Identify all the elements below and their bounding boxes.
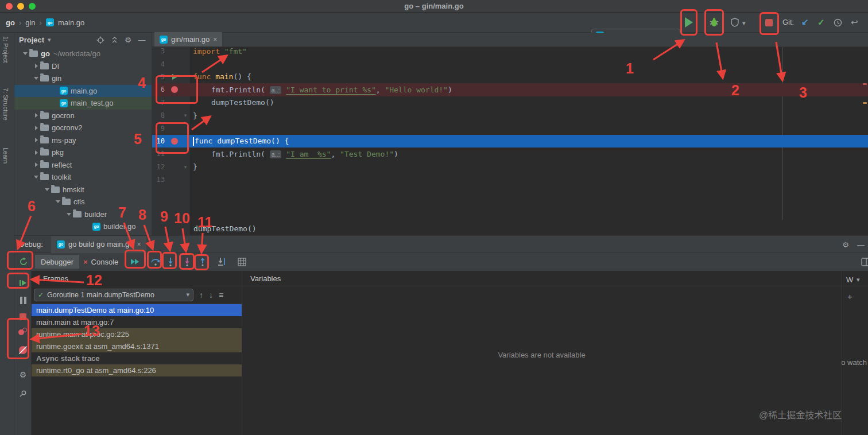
code-line-6[interactable]: 6fmt.Println( a..: "I want to print %s",… [152, 83, 868, 96]
editor-tab[interactable]: go gin/main.go × [154, 32, 222, 46]
code-line-10[interactable]: 10func dumpTestDemo() { [152, 135, 868, 147]
code-line-8[interactable]: 8▾} [152, 109, 868, 122]
git-update-button[interactable]: ↙ [801, 17, 809, 27]
code-editor[interactable]: 3import "fmt"45func main() {6fmt.Println… [152, 47, 868, 235]
breadcrumb-file[interactable]: main.go [58, 18, 84, 27]
step-into-button[interactable] [165, 256, 176, 267]
tree-item-gocron[interactable]: gocron [14, 110, 152, 122]
git-commit-button[interactable]: ✓ [817, 17, 825, 28]
tree-item-DI[interactable]: DI [14, 60, 152, 73]
debug-settings-button[interactable]: ⚙ [842, 240, 849, 249]
code-line-11[interactable]: 11fmt.Println( a..: "I am %s", "Test Dem… [152, 147, 868, 160]
tool-strip-project[interactable]: 1: Project [2, 36, 9, 63]
step-out-button[interactable] [197, 256, 208, 267]
tree-item-main.go[interactable]: gomain.go [14, 85, 152, 98]
minimize-window-button[interactable] [17, 3, 24, 10]
chevron-collapsed-icon[interactable] [32, 126, 40, 130]
resume-button[interactable] [18, 278, 28, 288]
breadcrumb-project[interactable]: go [6, 18, 15, 27]
error-stripe-mark[interactable] [863, 83, 867, 85]
pause-button[interactable] [18, 295, 28, 305]
pin-button[interactable] [18, 389, 28, 399]
tree-item-main_test.go[interactable]: gomain_test.go [14, 97, 152, 110]
tree-item-gin[interactable]: gin [14, 72, 152, 85]
watches-collapsed-label[interactable]: W [846, 275, 853, 284]
mute-breakpoints-button[interactable] [18, 345, 28, 355]
frames-menu-button[interactable]: ≡ [219, 290, 223, 300]
stop-button[interactable] [765, 19, 773, 26]
tab-console[interactable]: × Console [78, 255, 124, 269]
error-stripe-mark[interactable] [863, 102, 867, 104]
chevron-down-icon[interactable]: ▾ [857, 276, 860, 283]
collapse-all-button[interactable] [109, 36, 119, 44]
add-watch-button[interactable]: + [847, 292, 852, 301]
tree-item-ms-pay[interactable]: ms-pay [14, 134, 152, 147]
frame-row[interactable]: main.dumpTestDemo at main.go:10 [32, 304, 242, 316]
tool-strip-learn[interactable]: Learn [2, 147, 9, 164]
tab-debugger[interactable]: Debugger [35, 255, 79, 269]
tree-item-hmskit[interactable]: hmskit [14, 184, 152, 196]
code-line-3[interactable]: 3import "fmt" [152, 47, 868, 57]
frame-row[interactable]: runtime.main at proc.go:225 [32, 328, 242, 340]
rerun-button[interactable] [18, 256, 29, 267]
locate-file-button[interactable] [95, 36, 106, 44]
tree-item-gocronv2[interactable]: gocronv2 [14, 122, 152, 134]
chevron-down-icon[interactable]: ▾ [48, 36, 51, 44]
debug-gear-button[interactable]: ⚙ [18, 370, 28, 380]
thread-selector[interactable]: ✓ Goroutine 1 main.dumpTestDemo ▾ [34, 289, 193, 301]
frame-row[interactable]: main.main at main.go:7 [32, 316, 242, 328]
tree-item-builder.go[interactable]: gobuilder.go [14, 220, 152, 233]
frame-row[interactable]: Async stack trace [32, 352, 242, 364]
chevron-expanded-icon[interactable] [54, 200, 62, 203]
chevron-expanded-icon[interactable] [43, 188, 51, 191]
chevron-expanded-icon[interactable] [32, 77, 40, 80]
layout-settings-button[interactable] [859, 256, 868, 267]
tree-item-ctls[interactable]: ctls [14, 196, 152, 208]
run-button[interactable] [685, 17, 693, 28]
view-breakpoints-button[interactable] [18, 327, 28, 337]
tree-item-go[interactable]: go~/workdata/go [14, 48, 152, 60]
run-gutter-icon[interactable] [168, 74, 181, 80]
frame-down-button[interactable]: ↓ [209, 290, 213, 300]
code-line-12[interactable]: 12▾} [152, 161, 868, 173]
settings-button[interactable]: ⚙ [123, 36, 133, 44]
zoom-window-button[interactable] [29, 3, 36, 10]
close-session-icon[interactable]: × [137, 240, 141, 248]
code-line-13[interactable]: 13 [152, 173, 868, 186]
breakpoint-icon[interactable] [168, 86, 181, 93]
tool-strip-structure[interactable]: 7: Structure [2, 88, 9, 121]
code-line-7[interactable]: 7dumpTestDemo() [152, 96, 868, 109]
run-to-cursor-button[interactable] [216, 256, 228, 267]
fold-marker-icon[interactable]: ▾ [181, 112, 189, 118]
breadcrumb-folder[interactable]: gin [25, 18, 35, 27]
tree-item-toolkit[interactable]: toolkit [14, 171, 152, 184]
tree-item-reflect[interactable]: reflect [14, 159, 152, 172]
project-title[interactable]: Project [19, 36, 44, 44]
frame-row[interactable]: runtime.goexit at asm_amd64.s:1371 [32, 340, 242, 352]
code-line-5[interactable]: 5func main() { [152, 71, 868, 83]
close-window-button[interactable] [6, 3, 13, 10]
chevron-collapsed-icon[interactable] [32, 64, 40, 68]
chevron-collapsed-icon[interactable] [32, 113, 40, 118]
tree-item-builder[interactable]: builder [14, 208, 152, 221]
chevron-collapsed-icon[interactable] [32, 162, 40, 167]
frame-up-button[interactable]: ↑ [199, 290, 203, 300]
force-step-into-button[interactable] [181, 256, 193, 267]
hide-panel-button[interactable]: — [137, 36, 147, 44]
tree-item-pkg[interactable]: pkg [14, 146, 152, 159]
show-execution-point-button[interactable] [129, 256, 141, 267]
chevron-down-icon[interactable]: ▾ [742, 20, 746, 27]
frame-row[interactable]: runtime.rt0_go at asm_amd64.s:226 [32, 364, 242, 376]
rollback-button[interactable]: ↩ [851, 17, 858, 28]
debug-session-tab[interactable]: go go build go main.go × [51, 236, 147, 253]
debug-button[interactable] [709, 17, 719, 28]
fold-marker-icon[interactable]: ▾ [181, 164, 189, 170]
chevron-expanded-icon[interactable] [32, 176, 40, 178]
code-line-4[interactable]: 4 [152, 57, 868, 70]
code-line-9[interactable]: 9 [152, 122, 868, 134]
chevron-collapsed-icon[interactable] [32, 150, 40, 155]
stop-debug-button[interactable] [18, 312, 28, 322]
chevron-collapsed-icon[interactable] [32, 138, 40, 142]
chevron-expanded-icon[interactable] [65, 213, 73, 216]
close-tab-icon[interactable]: × [213, 36, 217, 44]
